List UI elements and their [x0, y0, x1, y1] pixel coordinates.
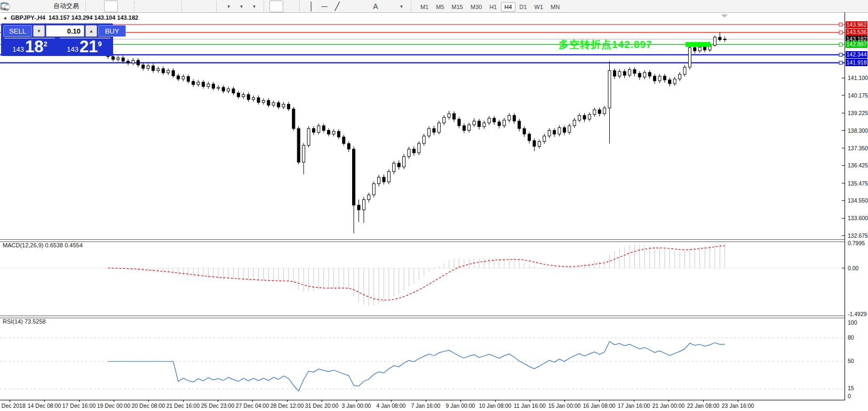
time-axis[interactable]: 13 Dec 201814 Dec 08:0017 Dec 16:0019 De… [0, 400, 868, 411]
line-anchor [839, 23, 842, 26]
macd-signal-line [108, 246, 725, 300]
time-label: 14 Dec 08:00 [28, 402, 61, 409]
buy-price[interactable]: 143219 [58, 39, 111, 55]
timeframe-H4[interactable]: H4 [501, 2, 515, 12]
toolbar-separator [134, 2, 138, 11]
rsi-pane[interactable] [0, 317, 845, 400]
time-tick [599, 400, 600, 402]
autoscroll-icon[interactable] [187, 1, 200, 12]
zoom-out-icon[interactable] [153, 1, 165, 12]
macd-scale-label: 0.00 [848, 265, 868, 271]
time-label: 17 Jan 16:00 [618, 402, 650, 409]
rsi-line [108, 342, 725, 391]
sell-price[interactable]: 143182 [3, 39, 57, 55]
text-tool[interactable]: A [369, 1, 382, 12]
timeframe-H1[interactable]: H1 [486, 2, 500, 12]
price-tick-label: 135.475 [848, 180, 868, 187]
time-label: 16 Jan 08:00 [583, 402, 616, 409]
tile-windows-icon[interactable] [165, 1, 178, 12]
price-tick-label: 139.225 [848, 110, 868, 116]
time-tick [426, 400, 426, 402]
volume-down-button[interactable]: ▼ [33, 25, 45, 37]
crosshair-icon[interactable] [283, 1, 296, 12]
time-label: 25 Dec 23:00 [201, 402, 234, 409]
data-window-icon[interactable] [26, 1, 38, 12]
line-anchor [839, 43, 842, 46]
time-label: 21 Dec 16:00 [166, 402, 200, 409]
timeframes-dropdown[interactable]: ▾ [235, 1, 248, 12]
buy-button[interactable]: BUY [98, 25, 126, 37]
indicators-dropdown[interactable]: ▾ [248, 1, 260, 12]
macd-label: MACD(12,26,9) 0.6538 0.4554 [3, 242, 83, 248]
vertical-line-tool[interactable]: │ [305, 1, 318, 12]
time-label: 9 Jan 00:00 [446, 402, 475, 409]
timeframe-M30[interactable]: M30 [467, 2, 485, 12]
timeframe-MN[interactable]: MN [547, 2, 563, 12]
bar-chart-icon[interactable] [91, 1, 104, 12]
time-tick [391, 400, 392, 402]
label-tool[interactable]: T [382, 1, 395, 12]
rsi-label: RSI(14) 73.5258 [3, 318, 46, 325]
time-label: 22 Jan 08:00 [687, 402, 720, 409]
time-label: 15 Jan 00:00 [548, 402, 581, 409]
pivot-annotation: 多空转折点142.897 [559, 38, 652, 52]
price-tick-label: 136.425 [848, 162, 868, 168]
price-tick-label: 132.675 [848, 232, 868, 239]
search-icon[interactable] [838, 1, 851, 12]
time-tick [252, 400, 253, 402]
rsi-scale-label: 100 [848, 319, 868, 326]
chart-shift-icon[interactable] [200, 1, 213, 12]
toolbar-separator [181, 2, 186, 11]
rsi-scale-label: 80 [848, 334, 868, 341]
toolbar-separator [85, 2, 90, 11]
fibonacci-tool[interactable]: F [356, 1, 369, 12]
macd-pane[interactable] [0, 241, 845, 316]
title-triangle-icon: ▲ [3, 15, 7, 20]
price-scale-border [845, 12, 845, 400]
timeframe-M5[interactable]: M5 [433, 2, 447, 12]
time-tick [287, 400, 288, 402]
time-tick [44, 400, 45, 402]
autotrading-button[interactable]: 自动交易 [51, 1, 82, 12]
zoom-in-icon[interactable] [140, 1, 153, 12]
timeframe-W1[interactable]: W1 [531, 2, 547, 12]
line-anchor [839, 53, 842, 57]
timeframe-M15[interactable]: M15 [449, 2, 466, 12]
one-click-trading-panel: SELL ▼ ▲ BUY 143182 143219 [1, 23, 113, 56]
trendline-tool[interactable]: ╱ [331, 1, 344, 12]
new-chart-dropdown[interactable]: ▾ [222, 1, 235, 12]
time-tick [564, 400, 565, 402]
time-label: 3 Jan 00:00 [342, 402, 371, 409]
macd-scale-label: -1.4929 [848, 311, 868, 317]
line-chart-icon[interactable] [118, 1, 131, 12]
price-tick-label: 133.600 [848, 215, 868, 221]
time-tick [703, 400, 704, 402]
time-tick [356, 400, 357, 402]
time-tick [460, 400, 461, 402]
horizontal-line-tool[interactable]: ─ [318, 1, 331, 12]
price-tick-label: 137.350 [848, 145, 868, 151]
candlestick-chart-icon[interactable] [104, 1, 118, 12]
volume-input[interactable] [46, 25, 84, 37]
equidistant-channel-tool[interactable]: E [344, 1, 356, 12]
line-anchor [839, 31, 842, 34]
time-label: 23 Jan 16:00 [722, 402, 754, 409]
toolbar-separator [299, 2, 304, 11]
time-tick [738, 400, 738, 402]
price-level-label: 143.536 [846, 29, 867, 36]
arrows-tool-dropdown[interactable]: ▾ [395, 1, 408, 12]
cursor-icon[interactable] [269, 1, 283, 12]
market-watch-icon[interactable] [13, 1, 26, 12]
chat-icon[interactable] [851, 1, 864, 12]
signals-icon[interactable] [38, 1, 51, 12]
time-tick [10, 400, 10, 402]
timeframe-D1[interactable]: D1 [516, 2, 530, 12]
time-label: 19 Dec 00:00 [97, 402, 130, 409]
volume-up-button[interactable]: ▲ [85, 25, 97, 37]
price-tick-label: 134.550 [848, 197, 868, 204]
sell-button[interactable]: SELL [3, 25, 32, 37]
price-tick-label: 141.100 [848, 75, 868, 81]
timeframe-M1[interactable]: M1 [417, 2, 432, 12]
rsi-scale-label: 50 [848, 358, 868, 364]
main-chart-pane[interactable] [0, 13, 845, 239]
